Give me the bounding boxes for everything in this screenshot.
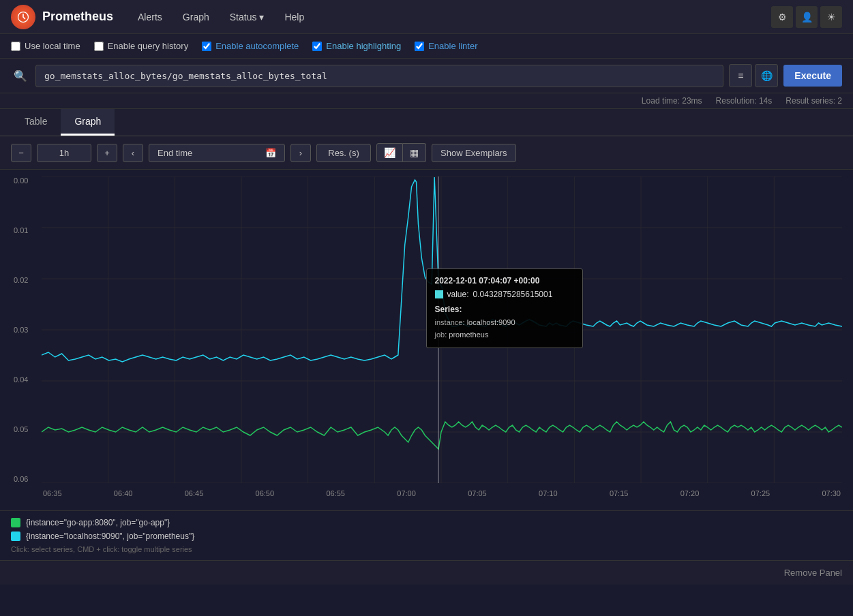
end-time-display[interactable]: End time 📅 (149, 144, 285, 162)
highlighting-option[interactable]: Enable highlighting (312, 41, 401, 51)
next-time-btn[interactable]: › (290, 144, 311, 162)
query-history-option[interactable]: Enable query history (94, 41, 189, 51)
tooltip-labels: instance: localhost:9090 job: prometheus (435, 317, 574, 341)
execute-button[interactable]: Execute (783, 65, 842, 87)
user-icon-btn[interactable]: 👤 (796, 6, 818, 28)
nav-help[interactable]: Help (276, 7, 312, 27)
stacked-chart-btn[interactable]: ▦ (403, 143, 426, 162)
x-axis: 06:35 06:40 06:45 06:50 06:55 07:00 07:0… (42, 483, 842, 504)
x-label-5: 07:00 (397, 489, 416, 497)
x-label-3: 06:50 (256, 489, 275, 497)
x-label-0: 06:35 (43, 489, 62, 497)
line-chart-btn[interactable]: 📈 (376, 143, 403, 162)
tooltip-job-value: prometheus (449, 330, 488, 339)
meta-bar: Load time: 23ms Resolution: 14s Result s… (0, 93, 853, 109)
options-bar: Use local time Enable query history Enab… (0, 34, 853, 59)
y-label-2: 0.02 (14, 276, 39, 284)
nav-graph[interactable]: Graph (175, 7, 218, 27)
tooltip-job-key: job (435, 330, 445, 339)
chart-legend: {instance="go-app:8080", job="go-app"} {… (0, 510, 853, 560)
tooltip-series-label: Series: (435, 305, 574, 314)
x-label-4: 06:55 (326, 489, 345, 497)
y-label-1: 0.01 (14, 226, 39, 234)
nav-alerts[interactable]: Alerts (130, 7, 170, 27)
y-label-4: 0.04 (14, 375, 39, 384)
highlighting-checkbox[interactable] (312, 42, 322, 51)
use-local-time-option[interactable]: Use local time (11, 41, 80, 51)
app-title: Prometheus (42, 10, 113, 24)
graph-container: 0.06 0.05 0.04 0.03 0.02 0.01 0.00 (0, 170, 853, 510)
tab-table[interactable]: Table (11, 109, 61, 136)
tooltip-color-indicator (435, 290, 443, 298)
search-action-group: ≡ 🌐 (729, 64, 778, 87)
legend-hint: Click: select series, CMD + click: toggl… (11, 545, 842, 553)
legend-color-prometheus (11, 532, 20, 541)
legend-label-prometheus: {instance="localhost:9090", job="prometh… (26, 532, 194, 541)
header: Prometheus Alerts Graph Status ▾ Help ⚙ … (0, 0, 853, 34)
search-icon: 🔍 (11, 67, 30, 85)
tooltip-time: 2022-12-01 07:04:07 +00:00 (435, 276, 574, 286)
settings-icon-btn[interactable]: ⚙ (771, 6, 793, 28)
x-label-6: 07:05 (468, 489, 487, 497)
result-series: Result series: 2 (785, 96, 842, 106)
x-label-11: 07:30 (822, 489, 841, 497)
search-bar: 🔍 ≡ 🌐 Execute (0, 59, 853, 93)
legend-label-goapp: {instance="go-app:8080", job="go-app"} (26, 518, 170, 527)
nav-status[interactable]: Status ▾ (222, 7, 273, 27)
theme-icon-btn[interactable]: ☀ (820, 6, 842, 28)
x-label-8: 07:15 (610, 489, 629, 497)
x-label-7: 07:10 (539, 489, 558, 497)
resolution-input[interactable]: Res. (s) (316, 144, 371, 162)
time-range-display: 1h (37, 144, 91, 162)
view-toggle: 📈 ▦ (376, 143, 426, 162)
autocomplete-option[interactable]: Enable autocomplete (202, 41, 299, 51)
x-label-1: 06:40 (114, 489, 133, 497)
remove-panel-btn[interactable]: Remove Panel (784, 568, 842, 578)
tooltip-value: 0.0432875285615001 (473, 290, 553, 299)
tab-bar: Table Graph (0, 109, 853, 136)
graph-controls: − 1h + ‹ End time 📅 › Res. (s) 📈 ▦ Show … (0, 136, 853, 170)
query-history-checkbox[interactable] (94, 42, 104, 51)
autocomplete-checkbox[interactable] (202, 42, 211, 51)
footer: Remove Panel (0, 560, 853, 585)
linter-checkbox[interactable] (415, 42, 424, 51)
query-input[interactable] (35, 65, 723, 87)
increase-time-range-btn[interactable]: + (97, 144, 117, 162)
tooltip-instance-value: localhost:9090 (467, 318, 515, 326)
y-axis: 0.06 0.05 0.04 0.03 0.02 0.01 0.00 (11, 176, 42, 483)
legend-item-prometheus[interactable]: {instance="localhost:9090", job="prometh… (11, 532, 842, 541)
globe-btn[interactable]: 🌐 (755, 64, 778, 87)
x-label-2: 06:45 (185, 489, 204, 497)
chart-tooltip: 2022-12-01 07:04:07 +00:00 value: 0.0432… (426, 268, 583, 348)
prometheus-logo (11, 5, 35, 29)
chart-area[interactable]: 0.06 0.05 0.04 0.03 0.02 0.01 0.00 (11, 176, 842, 504)
prev-time-btn[interactable]: ‹ (123, 144, 143, 162)
load-time: Load time: 23ms (642, 96, 702, 106)
tooltip-value-label: value: (447, 290, 469, 299)
y-label-3: 0.03 (14, 326, 39, 334)
y-label-6: 0.06 (14, 475, 39, 483)
tooltip-value-row: value: 0.0432875285615001 (435, 290, 574, 299)
tab-graph[interactable]: Graph (61, 109, 115, 136)
legend-color-goapp (11, 518, 20, 527)
chart-inner: 2022-12-01 07:04:07 +00:00 value: 0.0432… (42, 176, 842, 483)
y-label-5: 0.05 (14, 425, 39, 433)
show-exemplars-btn[interactable]: Show Exemplars (432, 144, 516, 162)
linter-option[interactable]: Enable linter (415, 41, 477, 51)
x-label-9: 07:20 (680, 489, 700, 497)
tooltip-instance-key: instance (435, 318, 463, 326)
x-label-10: 07:25 (751, 489, 770, 497)
legend-item-goapp[interactable]: {instance="go-app:8080", job="go-app"} (11, 518, 842, 527)
use-local-time-checkbox[interactable] (11, 42, 20, 51)
metrics-explorer-btn[interactable]: ≡ (729, 64, 752, 87)
header-icon-group: ⚙ 👤 ☀ (771, 6, 842, 28)
main-nav: Alerts Graph Status ▾ Help (130, 7, 771, 27)
y-label-0: 0.00 (14, 176, 39, 185)
resolution: Resolution: 14s (716, 96, 773, 106)
decrease-time-range-btn[interactable]: − (11, 144, 31, 162)
series-goapp-line (42, 422, 842, 449)
